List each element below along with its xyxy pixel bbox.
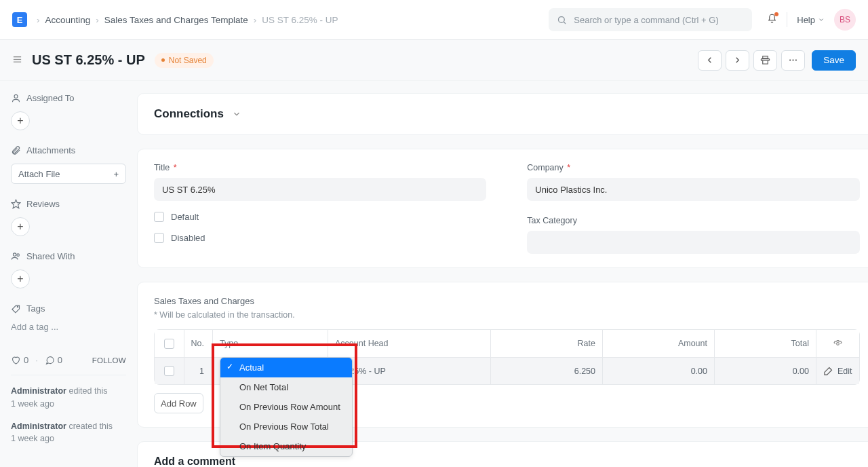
form-main: Connections Title * Default Disabled Com… [137,81,868,467]
comment-icon [45,355,55,365]
assigned-to-header: Assigned To [11,93,126,103]
like-count[interactable]: 0 [11,355,28,365]
form-sidebar: Assigned To + Attachments Attach File + … [0,81,137,467]
col-type: Type [213,330,328,357]
svg-point-8 [793,59,794,60]
col-rate: Rate [491,330,603,357]
row-checkbox[interactable] [164,366,174,376]
row-type-cell[interactable]: Actual On Net Total On Previous Row Amou… [213,358,328,384]
title-field[interactable] [154,178,486,201]
app-logo[interactable]: E [12,12,27,27]
star-icon [11,199,21,209]
page-title: US ST 6.25% - UP [32,52,145,68]
menu-icon [12,54,22,64]
dropdown-option-actual[interactable]: Actual [220,358,352,377]
col-account: Account Head [328,330,491,357]
svg-rect-6 [763,60,768,64]
top-navbar: E › Accounting › Sales Taxes and Charges… [0,0,868,40]
add-tag-input[interactable]: Add a tag ... [11,322,126,332]
next-button[interactable] [726,50,749,71]
gear-icon [833,339,843,349]
divider [787,12,787,27]
type-dropdown[interactable]: Actual On Net Total On Previous Row Amou… [220,357,353,457]
title-label: Title * [154,163,486,172]
svg-line-1 [564,22,566,24]
disabled-checkbox[interactable]: Disabled [154,233,486,243]
checkbox-icon [154,233,164,243]
status-text: Not Saved [169,56,207,65]
search-icon [557,15,567,25]
breadcrumb-accounting[interactable]: Accounting [45,15,91,25]
follow-button[interactable]: FOLLOW [92,356,126,365]
help-menu[interactable]: Help [797,15,825,25]
attachments-label: Attachments [26,145,75,155]
connections-card: Connections [137,93,868,135]
add-share-button[interactable]: + [11,269,30,288]
chevron-down-icon [232,109,241,119]
grid-row: 1 Actual On Net Total On Previous Row Am… [155,357,859,384]
row-edit-button[interactable]: Edit [816,358,859,384]
paperclip-icon [11,145,21,155]
activity-entry: Administrator edited this 1 week ago [11,385,126,411]
page-header: US ST 6.25% - UP Not Saved Save [0,40,868,81]
col-total: Total [715,330,816,357]
breadcrumb-template[interactable]: Sales Taxes and Charges Template [104,15,248,25]
sidebar-toggle[interactable] [12,54,22,67]
row-amount[interactable]: 0.00 [603,358,715,384]
connections-toggle[interactable]: Connections [154,107,860,121]
assigned-to-label: Assigned To [26,93,75,103]
engagement-stats: 0 · 0 [11,355,62,365]
taxes-grid: No. Type Account Head Rate Amount Total … [154,329,860,385]
help-label: Help [797,15,815,25]
shared-with-label: Shared With [26,251,75,261]
tax-category-field[interactable] [527,231,859,254]
svg-point-15 [836,342,839,345]
plus-icon: + [113,169,119,179]
col-amount: Amount [603,330,715,357]
printer-icon [760,55,770,65]
attach-file-label: Attach File [18,169,60,179]
chevron-right-icon [732,55,743,65]
attach-file-button[interactable]: Attach File + [11,164,126,184]
svg-point-9 [795,59,797,60]
svg-point-7 [789,59,791,60]
company-field[interactable] [527,178,859,201]
tag-icon [11,303,21,314]
print-button[interactable] [753,50,777,71]
svg-point-13 [17,254,20,257]
prev-button[interactable] [698,50,722,71]
col-settings[interactable] [816,330,859,357]
chevron-left-icon [705,55,715,65]
add-assignment-button[interactable]: + [11,111,30,130]
checkbox-icon [154,212,164,222]
attachments-header: Attachments [11,145,126,155]
taxes-card: Sales Taxes and Charges * Will be calcul… [137,282,868,428]
row-total[interactable]: 0.00 [715,358,816,384]
user-icon [11,93,21,103]
row-rate[interactable]: 6.250 [491,358,603,384]
notifications-button[interactable] [767,14,777,26]
dropdown-option-prev-total[interactable]: On Previous Row Total [220,417,352,436]
tax-category-label: Tax Category [527,216,859,225]
dropdown-option-prev-amount[interactable]: On Previous Row Amount [220,397,352,417]
dropdown-option-net-total[interactable]: On Net Total [220,377,352,397]
more-menu-button[interactable] [781,50,805,71]
reviews-header: Reviews [11,199,126,209]
col-no: No. [184,330,213,357]
svg-rect-5 [763,56,768,58]
default-checkbox[interactable]: Default [154,212,486,222]
dropdown-option-item-qty[interactable]: On Item Quantity [220,436,352,456]
add-review-button[interactable]: + [11,217,30,236]
add-row-button[interactable]: Add Row [154,393,203,413]
global-search[interactable]: Search or type a command (Ctrl + G) [549,8,752,31]
heart-icon [11,355,21,365]
chevron-right-icon: › [37,15,40,25]
activity-entry: Administrator created this 1 week ago [11,420,126,446]
dots-horizontal-icon [788,55,798,65]
comment-count[interactable]: 0 [45,355,62,365]
row-account[interactable]: T 6.25% - UP [328,358,491,384]
taxes-hint: * Will be calculated in the transaction. [154,310,860,320]
save-button[interactable]: Save [812,50,856,71]
user-avatar[interactable]: BS [834,9,856,31]
select-all-checkbox[interactable] [164,339,174,349]
